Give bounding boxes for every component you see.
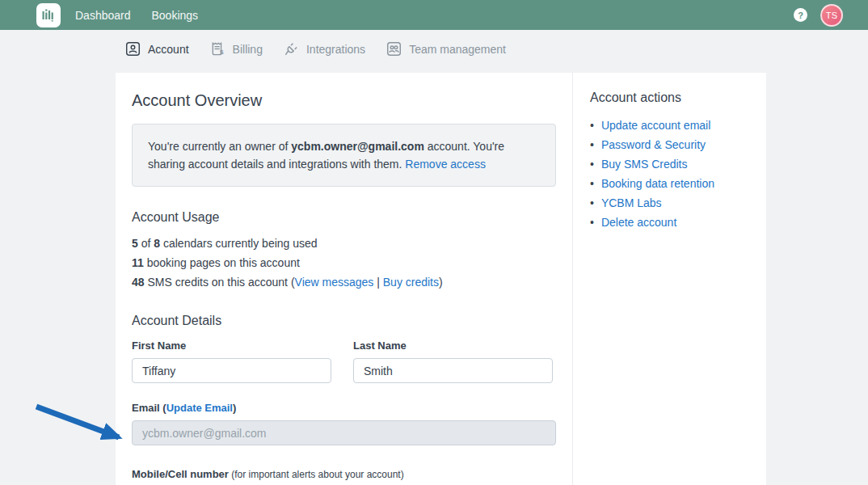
bullet: • [590,193,594,213]
list-item: •Buy SMS Credits [590,154,752,174]
bullet: • [590,174,594,193]
delete-account-link[interactable]: Delete account [601,213,676,232]
update-account-email-link[interactable]: Update account email [601,116,710,135]
sms-close-paren: ) [439,276,443,289]
sms-links-separator: | [373,276,382,289]
calendars-of-text: of [138,237,154,250]
buy-sms-credits-link[interactable]: Buy SMS Credits [601,154,688,174]
account-details-title: Account Details [132,314,556,328]
page-title: Account Overview [132,91,556,110]
sms-credits-line: 48 SMS credits on this account (View mes… [132,272,556,292]
name-fields-row: First Name Last Name [132,340,556,383]
booking-pages-line: 11 booking pages on this account [132,253,556,272]
tab-team-management-label: Team management [409,43,506,56]
account-main-column: Account Overview You're currently an own… [116,73,572,485]
tab-account-label: Account [148,43,189,56]
svg-text:$: $ [220,48,224,56]
nav-right: ? TS [794,4,843,27]
email-label-text: Email ( [132,402,166,414]
person-card-icon [125,41,141,57]
email-input [132,420,556,445]
remove-access-link[interactable]: Remove access [405,158,486,171]
owner-notice-text: You're currently an owner of [148,140,291,153]
avatar[interactable]: TS [820,4,843,27]
sms-credits-text: SMS credits on this account ( [145,276,295,289]
help-icon[interactable]: ? [794,8,807,22]
calendars-used-count: 5 [132,237,138,250]
plug-icon [284,41,299,57]
owner-email: ycbm.owner@gmail.com [291,140,424,153]
last-name-input[interactable] [353,358,553,383]
nav-item-dashboard[interactable]: Dashboard [75,9,131,22]
tab-team-management[interactable]: Team management [386,41,506,57]
booking-data-retention-link[interactable]: Booking data retention [601,174,714,193]
bullet: • [590,135,594,154]
logo-bars-icon [40,6,57,24]
mobile-label-text: Mobile/Cell number [132,468,229,480]
calendars-total-count: 8 [154,237,160,250]
tab-integrations-label: Integrations [306,43,365,56]
bullet: • [590,213,594,232]
list-item: •Delete account [590,213,752,232]
email-label-close: ) [233,402,236,414]
mobile-label-hint: (for important alerts about your account… [229,469,404,480]
tab-billing[interactable]: $ Billing [210,41,263,57]
mobile-label: Mobile/Cell number (for important alerts… [132,468,556,480]
last-name-field-group: Last Name [353,340,553,383]
calendars-usage-line: 5 of 8 calendars currently being used [132,234,556,253]
list-item: •Booking data retention [590,174,752,193]
list-item: •Update account email [590,116,752,135]
tab-account[interactable]: Account [125,41,189,57]
first-name-input[interactable] [132,358,331,383]
booking-pages-count: 11 [132,256,144,269]
top-navbar: Dashboard Bookings ? TS [0,0,868,30]
last-name-label: Last Name [353,340,553,352]
booking-pages-text: booking pages on this account [144,256,300,269]
youcanbookme-logo[interactable] [36,3,61,27]
buy-credits-link[interactable]: Buy credits [383,276,439,289]
email-field-group: Email (Update Email) [132,402,556,445]
receipt-icon: $ [210,41,225,57]
bullet: • [590,154,594,174]
first-name-label: First Name [132,340,331,352]
update-email-link[interactable]: Update Email [166,402,233,414]
team-icon [386,41,402,57]
tab-billing-label: Billing [233,43,263,56]
bullet: • [590,116,594,135]
nav-links: Dashboard Bookings [75,9,198,22]
first-name-field-group: First Name [132,340,331,383]
tab-integrations[interactable]: Integrations [284,41,365,57]
sms-credits-count: 48 [132,276,145,289]
account-actions-title: Account actions [590,91,752,105]
account-actions-list: •Update account email •Password & Securi… [590,116,752,232]
owner-notice-box: You're currently an owner of ycbm.owner@… [132,124,556,187]
account-card: Account Overview You're currently an own… [116,73,766,485]
password-security-link[interactable]: Password & Security [601,135,706,154]
settings-tabbar: Account $ Billing Integrations Team mana… [0,30,868,67]
account-usage-lines: 5 of 8 calendars currently being used 11… [132,234,556,292]
email-label: Email (Update Email) [132,402,556,414]
list-item: •YCBM Labs [590,193,752,213]
list-item: •Password & Security [590,135,752,154]
ycbm-labs-link[interactable]: YCBM Labs [601,193,662,213]
calendars-text: calendars currently being used [160,237,318,250]
view-messages-link[interactable]: View messages [295,276,374,289]
mobile-field-group: Mobile/Cell number (for important alerts… [132,468,556,485]
nav-item-bookings[interactable]: Bookings [152,9,199,22]
account-usage-title: Account Usage [132,210,556,225]
account-actions-sidebar: Account actions •Update account email •P… [572,73,766,485]
